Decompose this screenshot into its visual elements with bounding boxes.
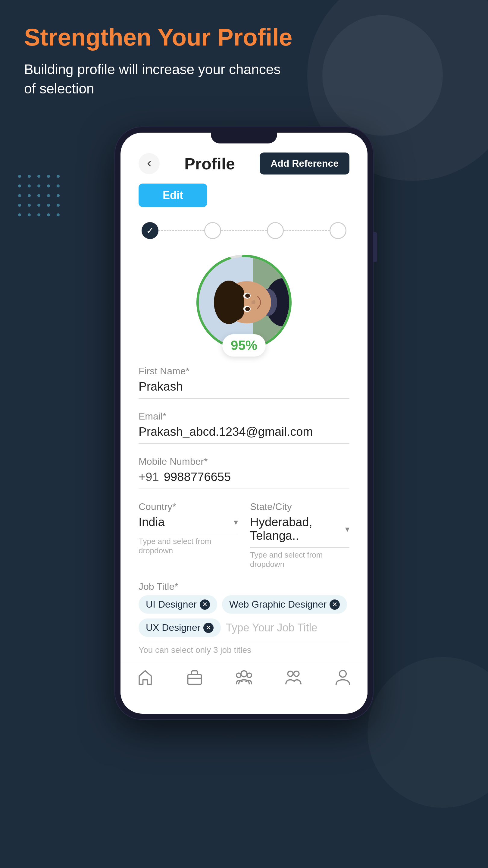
country-field: Country* India ▾ Type and select from dr…	[138, 501, 238, 569]
bottom-nav	[121, 661, 367, 695]
main-title: Strengthen Your Profile	[24, 24, 464, 51]
step-line-3	[284, 230, 330, 231]
job-tag-ui-designer: UI Designer ✕	[138, 595, 217, 614]
job-title-section: Job Title* UI Designer ✕ Web Graphic Des…	[138, 581, 350, 655]
svg-point-12	[245, 307, 250, 311]
country-hint: Type and select from dropdown	[138, 537, 238, 555]
country-code: +91	[138, 470, 159, 484]
svg-point-17	[236, 673, 241, 678]
first-name-value[interactable]: Prakash	[138, 380, 350, 399]
nav-bar: Profile Add Reference	[138, 144, 350, 181]
job-tag-web-label: Web Graphic Designer	[229, 599, 327, 610]
profile-image[interactable]	[199, 257, 289, 347]
job-tag-ux-label: UX Designer	[146, 622, 200, 633]
add-reference-button[interactable]: Add Reference	[260, 153, 350, 175]
back-arrow-icon	[144, 159, 154, 168]
progress-steps: ✓	[138, 222, 350, 239]
job-tags-row: UI Designer ✕ Web Graphic Designer ✕ UX …	[138, 595, 350, 642]
step-line-2	[221, 230, 267, 231]
location-row: Country* India ▾ Type and select from dr…	[138, 501, 350, 569]
profile-photo-section: 95%	[138, 251, 350, 353]
job-tag-ux-designer: UX Designer ✕	[138, 618, 221, 637]
country-select[interactable]: India ▾	[138, 516, 238, 534]
remove-ui-designer-button[interactable]: ✕	[200, 599, 210, 610]
remove-ux-designer-button[interactable]: ✕	[203, 623, 214, 633]
groups-icon	[284, 669, 302, 687]
country-value: India	[138, 516, 165, 529]
first-name-field: First Name* Prakash	[138, 366, 350, 399]
nav-home[interactable]	[136, 669, 154, 687]
state-field: State/City Hyderabad, Telanga.. ▾ Type a…	[250, 501, 350, 569]
edit-button-container: Edit	[138, 181, 350, 216]
state-hint: Type and select from dropdown	[250, 550, 350, 569]
svg-point-13	[245, 293, 250, 298]
svg-point-19	[288, 671, 293, 677]
phone-notch	[211, 133, 277, 144]
screen-content: Profile Add Reference Edit ✓	[121, 144, 367, 714]
first-name-label: First Name*	[138, 366, 350, 377]
nav-jobs[interactable]	[186, 669, 204, 687]
phone-number-value: 9988776655	[164, 470, 231, 484]
svg-point-18	[247, 673, 252, 678]
nav-groups[interactable]	[284, 669, 302, 687]
phone-screen: Profile Add Reference Edit ✓	[121, 133, 367, 714]
phone-outer: Profile Add Reference Edit ✓	[115, 127, 373, 720]
checkmark-icon: ✓	[146, 225, 154, 236]
email-value[interactable]: Prakash_abcd.1234@gmail.com	[138, 425, 350, 444]
step-2	[204, 222, 221, 239]
job-tag-web-graphic-designer: Web Graphic Designer ✕	[222, 595, 347, 614]
svg-rect-14	[188, 675, 201, 684]
state-label: State/City	[250, 501, 350, 513]
profile-ring: 95%	[193, 251, 295, 353]
completion-percent-text: 95%	[231, 338, 257, 352]
country-label: Country*	[138, 501, 238, 513]
mobile-field: Mobile Number* +91 9988776655	[138, 456, 350, 489]
job-title-label: Job Title*	[138, 581, 350, 592]
subtitle: Building profile will increase your chan…	[24, 60, 295, 98]
mobile-label: Mobile Number*	[138, 456, 350, 467]
email-field: Email* Prakash_abcd.1234@gmail.com	[138, 411, 350, 444]
state-value: Hyderabad, Telanga..	[250, 516, 345, 542]
people-icon	[235, 669, 253, 687]
country-chevron-icon: ▾	[234, 517, 238, 527]
home-icon	[136, 669, 154, 687]
svg-point-20	[294, 671, 299, 677]
svg-point-9	[223, 284, 244, 302]
svg-point-21	[339, 670, 347, 677]
step-3	[267, 222, 284, 239]
state-chevron-icon: ▾	[345, 524, 350, 534]
job-title-input[interactable]: Type Your Job Title	[226, 621, 350, 634]
profile-avatar-svg	[199, 257, 289, 347]
nav-title: Profile	[184, 154, 235, 173]
job-tag-ui-label: UI Designer	[146, 599, 197, 610]
phone-field-row[interactable]: +91 9988776655	[138, 470, 350, 489]
state-select[interactable]: Hyderabad, Telanga.. ▾	[250, 516, 350, 548]
step-line-1	[158, 230, 204, 231]
remove-web-designer-button[interactable]: ✕	[330, 599, 340, 610]
job-hint: You can select only 3 job titles	[138, 645, 350, 655]
svg-point-16	[241, 671, 247, 677]
phone-mockup: Profile Add Reference Edit ✓	[115, 127, 373, 720]
dot-grid-decoration	[18, 175, 62, 219]
nav-profile[interactable]	[334, 669, 352, 687]
briefcase-icon	[186, 669, 204, 687]
nav-people[interactable]	[235, 669, 253, 687]
bg-decoration-circle-bottom	[367, 657, 488, 808]
profile-icon	[334, 669, 352, 687]
step-4	[330, 222, 347, 239]
email-label: Email*	[138, 411, 350, 422]
header-section: Strengthen Your Profile Building profile…	[24, 24, 464, 98]
completion-percent-badge: 95%	[222, 334, 266, 356]
edit-button[interactable]: Edit	[138, 184, 207, 207]
back-button[interactable]	[138, 153, 160, 174]
step-1-completed: ✓	[141, 222, 158, 239]
svg-point-8	[223, 303, 244, 321]
